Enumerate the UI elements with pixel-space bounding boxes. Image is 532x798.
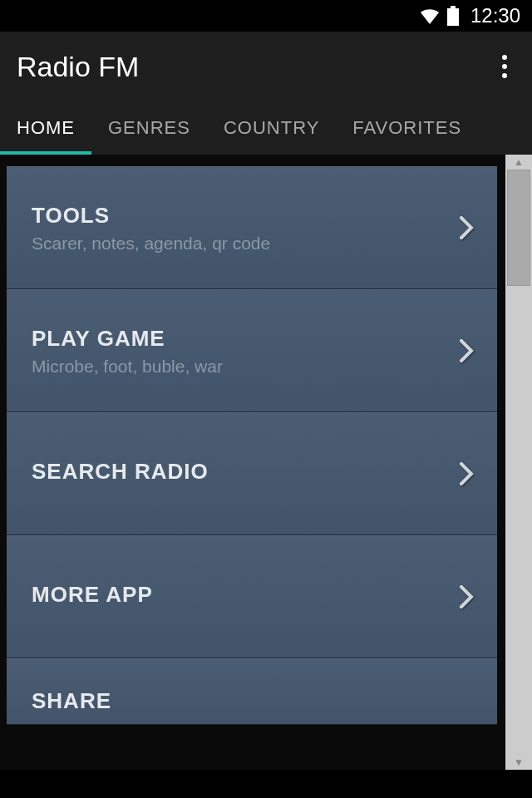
item-title: SHARE	[32, 688, 474, 714]
list-item-play-game[interactable]: PLAY GAME Microbe, foot, buble, war	[7, 289, 497, 412]
list-item-search-radio[interactable]: SEARCH RADIO	[7, 412, 497, 535]
battery-icon	[447, 6, 459, 26]
tab-country[interactable]: COUNTRY	[207, 105, 336, 155]
content-area: TOOLS Scarer, notes, agenda, qr code PLA…	[0, 155, 532, 770]
scrollbar[interactable]: ▲ ▼	[505, 155, 532, 770]
list-item-share[interactable]: SHARE	[7, 658, 497, 725]
svg-rect-0	[447, 8, 459, 26]
item-title: SEARCH RADIO	[32, 459, 459, 485]
tab-genres[interactable]: GENRES	[91, 105, 207, 155]
item-title: MORE APP	[32, 582, 459, 608]
menu-list[interactable]: TOOLS Scarer, notes, agenda, qr code PLA…	[0, 155, 505, 770]
wifi-icon	[419, 7, 441, 24]
app-bar: Radio FM	[0, 32, 532, 105]
list-item-more-app[interactable]: MORE APP	[7, 535, 497, 658]
status-bar: 12:30	[0, 0, 532, 32]
list-item-tools[interactable]: TOOLS Scarer, notes, agenda, qr code	[7, 166, 497, 289]
overflow-menu-button[interactable]	[494, 50, 515, 83]
item-subtitle: Microbe, foot, buble, war	[32, 357, 459, 377]
scroll-track[interactable]	[505, 170, 532, 755]
item-title: TOOLS	[32, 203, 459, 229]
tab-bar: HOME GENRES COUNTRY FAVORITES	[0, 105, 532, 155]
scroll-thumb[interactable]	[507, 170, 530, 286]
item-subtitle: Scarer, notes, agenda, qr code	[32, 234, 459, 254]
tab-home[interactable]: HOME	[0, 105, 91, 155]
chevron-right-icon	[459, 216, 474, 239]
chevron-right-icon	[459, 585, 474, 608]
app-title: Radio FM	[17, 51, 139, 83]
scroll-down-icon[interactable]: ▼	[505, 755, 532, 770]
svg-rect-1	[451, 6, 456, 8]
item-title: PLAY GAME	[32, 326, 459, 352]
tab-favorites[interactable]: FAVORITES	[336, 105, 478, 155]
status-time: 12:30	[470, 4, 520, 27]
chevron-right-icon	[459, 339, 474, 362]
scroll-up-icon[interactable]: ▲	[505, 155, 532, 170]
chevron-right-icon	[459, 462, 474, 485]
